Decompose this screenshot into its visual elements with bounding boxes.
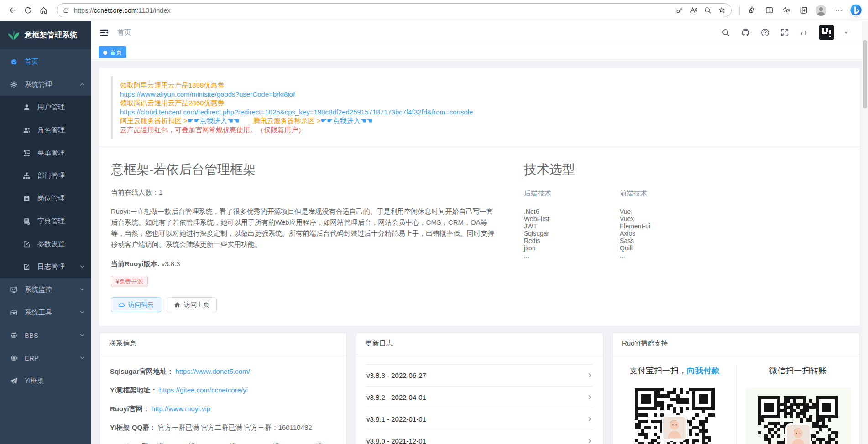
split-screen-icon[interactable]	[761, 3, 777, 18]
tab-home[interactable]: 首页	[99, 46, 126, 58]
sidebar-item-erp[interactable]: ERP	[0, 346, 91, 369]
changelog-label: v3.8.1 - 2022-01-01	[366, 415, 426, 423]
changelog-item[interactable]: v3.8.0 - 2021-12-01	[366, 430, 593, 444]
contact-link[interactable]: http://www.ruoyi.vip	[152, 405, 210, 413]
sidebar-item-post-management[interactable]: 岗位管理	[0, 187, 91, 210]
favorite-add-icon[interactable]	[715, 4, 728, 17]
page-scrollbar[interactable]	[862, 21, 868, 444]
user-avatar[interactable]	[819, 25, 834, 40]
contact-value: 满937441	[157, 442, 187, 444]
sidebar-item-system-tools[interactable]: 系统工具	[0, 301, 91, 324]
org-icon	[23, 172, 31, 180]
zoom-out-icon[interactable]	[701, 4, 714, 17]
refresh-icon[interactable]	[20, 3, 36, 18]
sidebar-item-bbs[interactable]: BBS	[0, 324, 91, 346]
contact-link[interactable]: https://www.donet5.com/	[175, 367, 250, 375]
contact-label: Ruoyi官网：	[110, 405, 152, 413]
backend-tech: 后端技术 .Net6WebFirstJWTSqlsugarRedisjson..…	[524, 189, 613, 259]
more-icon[interactable]	[831, 3, 846, 18]
sidebar-item-param-settings[interactable]: 参数设置	[0, 232, 91, 255]
copilot-badge[interactable]	[848, 3, 863, 18]
notice-link[interactable]: https://www.aliyun.com/minisite/goods?us…	[120, 90, 295, 98]
sidebar-item-home[interactable]: 首页	[0, 50, 91, 73]
toolbar-divider	[739, 6, 740, 15]
sidebar-item-label: 部门管理	[37, 171, 65, 180]
visit-gitee-button[interactable]: 访问码云	[111, 297, 161, 312]
home-icon	[174, 301, 181, 308]
sidebar-item-system-monitor[interactable]: 系统监控	[0, 278, 91, 301]
visit-homepage-button[interactable]: 访问主页	[167, 297, 217, 312]
notice-text: 领取腾讯云通用云产品2860优惠券	[120, 99, 224, 107]
tech-item: .Net6	[524, 208, 613, 215]
wechat-title: 微信扫一扫转账	[737, 365, 859, 376]
browser-home-icon[interactable]	[36, 3, 51, 18]
sidebar-item-menu-management[interactable]: 菜单管理	[0, 141, 91, 164]
alipay-qr-code	[635, 388, 715, 444]
changelog-card-title: 更新日志	[356, 333, 603, 354]
changelog-item[interactable]: v3.8.1 - 2022-01-01	[366, 408, 593, 430]
book-icon	[23, 217, 31, 225]
changelog-item[interactable]: v3.8.2 - 2022-04-01	[366, 387, 593, 408]
page-title: 意框架-若依后台管理框架	[111, 161, 497, 178]
active-tab-dot	[103, 51, 107, 55]
extensions-icon[interactable]	[744, 3, 759, 18]
address-bar-actions	[673, 4, 728, 17]
tech-item: json	[524, 244, 613, 252]
sidebar-toggle-icon[interactable]	[99, 28, 109, 37]
notice-link[interactable]: ☛☛点我进入☚☚	[321, 117, 373, 124]
changelog-label: v3.8.3 - 2022-06-27	[366, 372, 426, 379]
favorites-icon[interactable]	[779, 3, 794, 18]
toolbox-icon	[10, 309, 18, 316]
chevron-right-icon	[587, 394, 593, 400]
notice-link[interactable]: ☛☛点我进入☚☚	[188, 117, 240, 124]
sidebar-item-dept-management[interactable]: 部门管理	[0, 164, 91, 187]
sidebar-item-yi-framework[interactable]: Yi框架	[0, 369, 91, 392]
scrollbar-thumb[interactable]	[863, 40, 867, 108]
url-path: :1101/index	[137, 7, 171, 14]
notice-line: https://cloud.tencent.com/redirect.php?r…	[120, 108, 848, 117]
notice-text: 腾讯云服务器秒杀区	[253, 117, 317, 124]
back-icon[interactable]	[5, 3, 20, 18]
collections-icon[interactable]	[796, 3, 811, 18]
tech-item: ...	[524, 252, 613, 259]
notice-text: 领取阿里云通用云产品1888优惠券	[120, 81, 224, 89]
key-icon[interactable]	[673, 4, 686, 17]
changelog-label: v3.8.2 - 2022-04-01	[366, 393, 426, 401]
search-icon[interactable]	[722, 28, 730, 37]
url-host: ccnetcore.com	[94, 7, 137, 14]
github-icon[interactable]	[741, 28, 750, 37]
read-aloud-icon[interactable]	[687, 4, 700, 17]
sidebar-item-user-management[interactable]: 用户管理	[0, 96, 91, 119]
sidebar: 意框架管理系统 首页系统管理用户管理角色管理菜单管理部门管理岗位管理字典管理参数…	[0, 21, 91, 444]
changelog-item[interactable]: v3.8.3 - 2022-06-27	[366, 365, 593, 387]
sidebar-item-dict-management[interactable]: 字典管理	[0, 210, 91, 232]
font-size-icon[interactable]: TT	[800, 28, 809, 37]
tech-item: Sqlsugar	[524, 230, 613, 237]
tech-item: Redis	[524, 237, 613, 244]
help-icon[interactable]	[761, 28, 769, 37]
alipay-pay-link[interactable]: 向我付款	[687, 366, 720, 375]
plane-icon	[10, 377, 18, 385]
sidebar-item-system-management[interactable]: 系统管理	[0, 73, 91, 96]
sidebar-item-log-management[interactable]: 日志管理	[0, 255, 91, 278]
caret-down-icon[interactable]	[844, 32, 848, 36]
fullscreen-icon[interactable]	[780, 28, 789, 37]
version-line: 当前Ruoyi版本: v3.8.3	[111, 260, 497, 268]
contact-row: Yi意框架地址： https://gitee.com/ccnetcore/yi	[110, 385, 336, 395]
main-area: 首页 TT 首页 领取阿里云通用云产品1888优惠券https://www.al…	[91, 21, 868, 444]
sidebar-item-role-management[interactable]: 角色管理	[0, 119, 91, 141]
contact-value: 满104180207	[273, 442, 314, 444]
visit-homepage-label: 访问主页	[184, 301, 209, 309]
navbar-icon-group: TT	[722, 28, 809, 37]
contact-link[interactable]: https://gitee.com/ccnetcore/yi	[159, 386, 248, 394]
address-bar[interactable]: https://ccnetcore.com:1101/index	[57, 3, 732, 17]
admin-app: 意框架管理系统 首页系统管理用户管理角色管理菜单管理部门管理岗位管理字典管理参数…	[0, 21, 868, 444]
profile-avatar[interactable]	[813, 3, 829, 18]
sidebar-item-label: 菜单管理	[37, 149, 65, 157]
tech-item: Element-ui	[620, 222, 709, 230]
contact-label: Sqlsugar官网地址：	[110, 367, 175, 375]
notice-link[interactable]: https://cloud.tencent.com/redirect.php?r…	[120, 108, 473, 116]
donate-card-title: RuoYi捐赠支持	[613, 333, 859, 354]
notice-text: 云产品通用红包，可叠加官网常规优惠使用。（仅限新用户）	[120, 126, 305, 134]
contact-row: Yi框架 QQ群： 官方一群已满 官方二群已满 官方三群：160110482	[110, 423, 336, 433]
